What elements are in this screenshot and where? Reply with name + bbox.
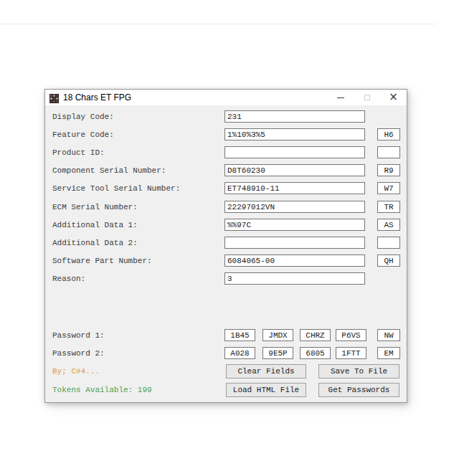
field-row: Service Tool Serial Number: bbox=[45, 182, 407, 194]
ecm-serial-label: ECM Serial Number: bbox=[52, 203, 138, 211]
reason-input[interactable] bbox=[224, 272, 365, 285]
password2-part-2[interactable] bbox=[262, 347, 293, 359]
ecm-serial-input[interactable] bbox=[224, 201, 365, 213]
window-controls: × bbox=[327, 90, 407, 105]
additional-data-1-input[interactable] bbox=[224, 219, 365, 231]
password1-part-1[interactable] bbox=[224, 329, 255, 341]
component-serial-code-box[interactable] bbox=[377, 164, 400, 176]
reason-label: Reason: bbox=[52, 275, 85, 283]
product-id-code-box[interactable] bbox=[377, 146, 400, 158]
password2-part-1[interactable] bbox=[224, 347, 255, 359]
window-title: 18 Chars ET FPG bbox=[63, 92, 131, 103]
additional-data-2-input[interactable] bbox=[224, 237, 365, 249]
close-icon: × bbox=[389, 92, 398, 103]
field-row: Feature Code: bbox=[45, 128, 407, 141]
software-part-number-input[interactable] bbox=[224, 254, 365, 267]
field-row: Component Serial Number: bbox=[45, 164, 407, 176]
password2-label: Password 2: bbox=[52, 349, 105, 358]
form-area: Display Code: Feature Code: Product ID: … bbox=[45, 105, 407, 402]
additional-data-2-code-box[interactable] bbox=[377, 237, 400, 249]
service-tool-serial-code-box[interactable] bbox=[377, 182, 400, 194]
field-row: Display Code: bbox=[45, 110, 407, 123]
feature-code-label: Feature Code: bbox=[52, 130, 114, 139]
product-id-label: Product ID: bbox=[52, 148, 105, 157]
field-row: Additional Data 1: bbox=[45, 219, 407, 231]
author-text: By; C#4... bbox=[52, 367, 100, 376]
field-row: ECM Serial Number: bbox=[45, 201, 407, 213]
load-html-file-button[interactable]: Load HTML File bbox=[226, 383, 306, 397]
tokens-available-text: Tokens Available: 199 bbox=[52, 386, 152, 394]
additional-data-2-label: Additional Data 2: bbox=[52, 239, 138, 247]
additional-data-1-code-box[interactable] bbox=[377, 219, 400, 231]
password1-suffix-box[interactable] bbox=[377, 329, 400, 341]
clear-fields-button[interactable]: Clear Fields bbox=[226, 364, 306, 379]
field-row: Software Part Number: bbox=[45, 254, 407, 267]
password2-part-3[interactable] bbox=[300, 347, 331, 359]
minimize-icon bbox=[337, 97, 344, 98]
additional-data-1-label: Additional Data 1: bbox=[52, 221, 138, 229]
password2-suffix-box[interactable] bbox=[377, 347, 400, 359]
field-row: Additional Data 2: bbox=[45, 237, 407, 249]
software-part-number-label: Software Part Number: bbox=[52, 257, 152, 265]
password1-part-3[interactable] bbox=[300, 329, 331, 341]
titlebar[interactable]: 18 Chars ET FPG × bbox=[45, 90, 407, 105]
close-button[interactable]: × bbox=[380, 90, 407, 105]
component-serial-input[interactable] bbox=[224, 164, 365, 176]
service-tool-serial-input[interactable] bbox=[224, 182, 365, 194]
service-tool-serial-label: Service Tool Serial Number: bbox=[52, 184, 180, 193]
maximize-icon bbox=[364, 95, 370, 100]
feature-code-input[interactable] bbox=[224, 128, 365, 141]
minimize-button[interactable] bbox=[327, 90, 354, 105]
display-code-input[interactable] bbox=[224, 110, 365, 123]
field-row: Reason: bbox=[45, 272, 407, 285]
ecm-serial-code-box[interactable] bbox=[377, 201, 400, 213]
password1-part-4[interactable] bbox=[336, 329, 366, 341]
display-code-label: Display Code: bbox=[52, 113, 114, 121]
get-passwords-button[interactable]: Get Passwords bbox=[318, 383, 399, 397]
password2-part-4[interactable] bbox=[336, 347, 366, 359]
page-divider-line bbox=[0, 24, 436, 24]
app-window: 18 Chars ET FPG × Display Code: Feature … bbox=[44, 89, 407, 403]
product-id-input[interactable] bbox=[224, 146, 365, 158]
app-icon bbox=[49, 93, 59, 103]
component-serial-label: Component Serial Number: bbox=[52, 166, 166, 175]
feature-code-code-box[interactable] bbox=[377, 128, 400, 141]
software-part-number-code-box[interactable] bbox=[377, 254, 400, 267]
password1-part-2[interactable] bbox=[262, 329, 293, 341]
password1-row: Password 1: bbox=[45, 329, 407, 341]
save-to-file-button[interactable]: Save To File bbox=[318, 364, 399, 379]
field-row: Product ID: bbox=[45, 146, 407, 158]
password2-row: Password 2: bbox=[45, 347, 407, 359]
maximize-button[interactable] bbox=[354, 90, 380, 105]
password1-label: Password 1: bbox=[52, 331, 105, 340]
